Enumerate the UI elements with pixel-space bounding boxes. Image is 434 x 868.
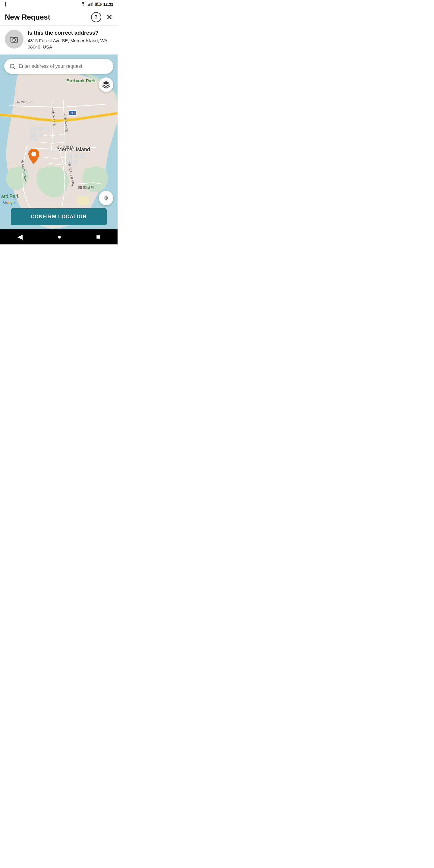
- svg-rect-5: [92, 2, 93, 6]
- svg-text:⚡: ⚡: [96, 3, 99, 6]
- my-location-button[interactable]: [99, 191, 113, 205]
- highway-badge: 90: [69, 110, 76, 116]
- status-bar: ⚡ 12:31: [0, 0, 118, 8]
- svg-rect-7: [101, 4, 101, 5]
- location-pin-svg: [27, 148, 41, 165]
- map-pin[interactable]: [27, 148, 41, 165]
- wifi-icon: [81, 2, 86, 6]
- search-icon: [9, 63, 16, 70]
- camera-avatar[interactable]: +: [5, 30, 24, 49]
- svg-point-27: [10, 64, 14, 68]
- page-title: New Request: [5, 13, 50, 22]
- svg-line-28: [13, 67, 15, 69]
- address-question: Is this the correct address?: [28, 30, 113, 36]
- nav-bar: ◀ ● ■: [0, 229, 118, 244]
- time-display: 12:31: [103, 2, 113, 7]
- svg-point-29: [31, 152, 36, 156]
- svg-point-31: [105, 197, 107, 198]
- signal-icon: [88, 2, 93, 6]
- status-right: ⚡ 12:31: [81, 2, 113, 7]
- svg-rect-13: [13, 37, 14, 38]
- close-button[interactable]: ✕: [106, 13, 113, 22]
- nav-home-button[interactable]: ●: [57, 233, 61, 241]
- svg-rect-4: [91, 3, 92, 6]
- svg-rect-3: [89, 4, 90, 6]
- svg-rect-15: [30, 127, 36, 131]
- svg-rect-18: [30, 132, 36, 136]
- address-value: 4315 Forest Ave SE, Mercer Island, WA 98…: [28, 37, 113, 50]
- svg-rect-19: [37, 133, 41, 136]
- help-icon: ?: [95, 14, 98, 20]
- svg-rect-23: [79, 154, 85, 158]
- status-left: [4, 1, 10, 7]
- svg-point-12: [13, 38, 16, 41]
- camera-icon: +: [9, 35, 19, 43]
- svg-rect-25: [73, 160, 78, 164]
- address-search-input[interactable]: [19, 64, 108, 69]
- svg-rect-22: [73, 155, 78, 158]
- notification-icon: [4, 1, 10, 7]
- address-text-block: Is this the correct address? 4315 Forest…: [28, 30, 113, 50]
- nav-recent-button[interactable]: ■: [96, 233, 100, 241]
- confirm-location-button[interactable]: CONFIRM LOCATION: [11, 208, 107, 225]
- battery-icon: ⚡: [95, 2, 101, 6]
- close-icon: ✕: [106, 13, 113, 22]
- my-location-icon: [102, 194, 110, 202]
- search-bar[interactable]: [4, 59, 113, 74]
- address-card: + Is this the correct address? 4315 Fore…: [0, 26, 118, 55]
- layers-button[interactable]: [99, 78, 113, 92]
- svg-rect-26: [77, 196, 89, 205]
- svg-rect-17: [43, 127, 49, 131]
- google-attribution: Google: [3, 200, 16, 205]
- svg-point-1: [83, 5, 84, 6]
- highway-number: 90: [71, 111, 74, 115]
- svg-rect-21: [66, 154, 72, 158]
- app-header: New Request ? ✕: [0, 8, 118, 26]
- svg-rect-16: [37, 127, 41, 131]
- svg-rect-0: [5, 2, 6, 7]
- svg-rect-2: [88, 4, 89, 6]
- svg-rect-20: [30, 137, 37, 141]
- map-container[interactable]: Burbank Park ard Park SE 24th St 77th Av…: [0, 55, 118, 229]
- layers-icon: [102, 81, 110, 89]
- nav-back-button[interactable]: ◀: [18, 233, 23, 241]
- help-button[interactable]: ?: [91, 12, 101, 22]
- header-actions: ? ✕: [91, 12, 113, 22]
- svg-rect-24: [66, 159, 72, 164]
